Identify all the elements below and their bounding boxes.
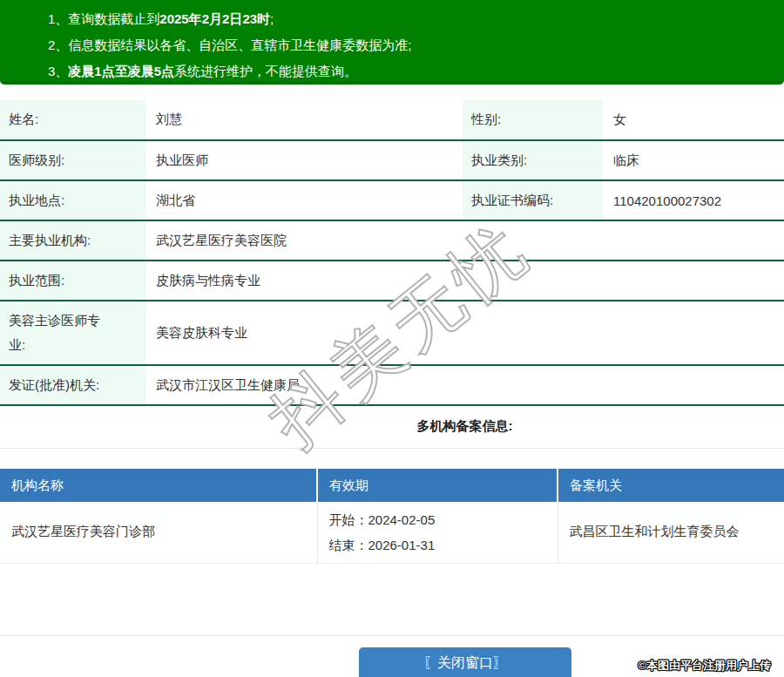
notice-line-3: 3、凌晨1点至凌晨5点系统进行维护，不能提供查询。 (48, 58, 767, 85)
divider (0, 448, 784, 449)
column-header-org-name: 机构名称 (0, 469, 317, 502)
field-value-doctor-level: 执业医师 (145, 140, 463, 180)
table-row: 医师级别: 执业医师 执业类别: 临床 (0, 140, 784, 180)
table-row: 主要执业机构: 武汉艺星医疗美容医院 (0, 220, 784, 261)
notice-line-1: 1、查询数据截止到2025年2月2日23时; (48, 6, 767, 32)
field-value-practice-scope: 皮肤病与性病专业 (145, 261, 784, 301)
field-value-issuing-authority: 武汉市江汉区卫生健康局 (145, 365, 784, 405)
close-window-button[interactable]: 〖关闭窗口〗 (359, 647, 571, 677)
field-label-doctor-level: 医师级别: (0, 140, 145, 180)
field-label-gender: 性别: (463, 100, 603, 140)
query-result-page: 1、查询数据截止到2025年2月2日23时; 2、信息数据结果以各省、自治区、直… (0, 0, 784, 677)
table-row: 姓名: 刘慧 性别: 女 (0, 100, 784, 140)
filing-authority: 武昌区卫生和计划生育委员会 (558, 502, 784, 563)
table-row: 发证(批准)机关: 武汉市江汉区卫生健康局 (0, 365, 784, 405)
field-value-cosmetic-specialty: 美容皮肤科专业 (145, 301, 784, 365)
field-label-practice-scope: 执业范围: (0, 261, 145, 301)
field-label-practice-category: 执业类别: (463, 140, 603, 180)
divider (0, 635, 784, 636)
table-row: 美容主诊医师专业: 美容皮肤科专业 (0, 301, 784, 365)
field-label-issuing-authority: 发证(批准)机关: (0, 365, 145, 405)
filing-table: 机构名称 有效期 备案机关 武汉艺星医疗美容门诊部 开始：2024-02-05 … (0, 469, 784, 564)
filing-data-row: 武汉艺星医疗美容门诊部 开始：2024-02-05 结束：2026-01-31 … (0, 502, 784, 563)
table-row: 执业地点: 湖北省 执业证书编码: 110420100027302 (0, 180, 784, 220)
field-label-main-institution: 主要执业机构: (0, 220, 145, 261)
filing-validity: 开始：2024-02-05 结束：2026-01-31 (317, 502, 558, 563)
notice-line-2: 2、信息数据结果以各省、自治区、直辖市卫生健康委数据为准; (48, 32, 767, 58)
field-value-certificate-no: 110420100027302 (603, 180, 784, 220)
field-value-gender: 女 (603, 100, 784, 140)
upload-copyright-stamp: ©本图由平台注册用户上传 (638, 658, 771, 674)
field-value-practice-category: 临床 (603, 140, 784, 180)
field-label-practice-place: 执业地点: (0, 180, 145, 220)
notice-banner: 1、查询数据截止到2025年2月2日23时; 2、信息数据结果以各省、自治区、直… (0, 0, 784, 85)
filing-header-row: 机构名称 有效期 备案机关 (0, 469, 784, 502)
doctor-info-table: 姓名: 刘慧 性别: 女 医师级别: 执业医师 执业类别: 临床 执业地点: 湖… (0, 100, 784, 406)
field-label-name: 姓名: (0, 100, 145, 140)
validity-end: 结束：2026-01-31 (329, 532, 558, 558)
field-value-practice-place: 湖北省 (145, 180, 463, 220)
field-value-name: 刘慧 (145, 100, 463, 140)
filing-org-name: 武汉艺星医疗美容门诊部 (0, 502, 317, 563)
validity-start: 开始：2024-02-05 (329, 507, 558, 532)
column-header-validity: 有效期 (317, 469, 558, 502)
column-header-filing-authority: 备案机关 (558, 469, 784, 502)
field-label-certificate-no: 执业证书编码: (463, 180, 603, 220)
table-row: 执业范围: 皮肤病与性病专业 (0, 261, 784, 301)
field-label-cosmetic-specialty: 美容主诊医师专业: (0, 301, 145, 365)
multi-institution-heading: 多机构备案信息: (0, 416, 784, 436)
field-value-main-institution: 武汉艺星医疗美容医院 (145, 220, 784, 261)
